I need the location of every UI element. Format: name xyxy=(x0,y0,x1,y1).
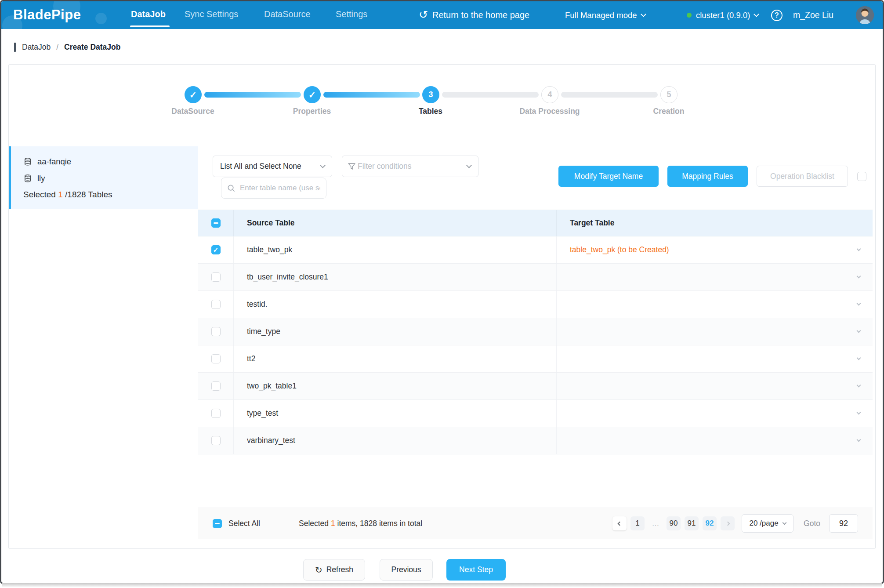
refresh-button[interactable]: ↻ Refresh xyxy=(303,559,365,581)
step-circle-datasource: ✓ xyxy=(185,86,202,103)
table-row: varbinary_test xyxy=(198,427,873,454)
table-row: time_type xyxy=(198,318,873,345)
select-mode-value: List All and Select None xyxy=(220,162,301,171)
page-size-value: 20 /page xyxy=(749,519,778,528)
row-checkbox[interactable] xyxy=(211,409,221,418)
cluster-dropdown[interactable]: cluster1 (0.9.0) xyxy=(687,1,758,29)
row-checkbox[interactable] xyxy=(211,245,221,254)
page-ellipsis: … xyxy=(649,516,663,530)
toolbar-checkbox[interactable] xyxy=(857,172,866,181)
avatar[interactable] xyxy=(856,6,874,24)
page-size-dropdown[interactable]: 20 /page xyxy=(742,514,793,533)
row-checkbox[interactable] xyxy=(211,327,221,336)
select-mode-dropdown[interactable]: List All and Select None xyxy=(213,156,332,177)
step-connector xyxy=(204,92,301,98)
step-connector xyxy=(323,92,420,98)
chevron-down-icon[interactable] xyxy=(857,356,861,360)
return-arrow-icon: ↺ xyxy=(419,9,428,20)
operation-blacklist-button[interactable]: Operation Blacklist xyxy=(757,166,848,187)
tables-panel: List All and Select None Filter conditio… xyxy=(198,146,873,548)
goto-page-input[interactable] xyxy=(829,514,858,533)
window-bottom-shadow xyxy=(2,583,882,587)
chevron-down-icon[interactable] xyxy=(857,247,861,251)
bladepipe-app: BladePipe DataJob Sync Settings DataSour… xyxy=(0,0,884,588)
mapping-rules-button[interactable]: Mapping Rules xyxy=(667,166,748,187)
help-icon[interactable]: ? xyxy=(771,10,783,21)
selection-summary: Selected 1 items, 1828 items in total xyxy=(299,519,422,528)
page-button-1[interactable]: 1 xyxy=(630,516,645,530)
breadcrumb-accent-bar xyxy=(14,43,16,52)
chevron-down-icon xyxy=(320,163,326,168)
next-step-button[interactable]: Next Step xyxy=(446,559,506,581)
mode-label: Full Managed mode xyxy=(565,11,637,20)
selected-count: 1 xyxy=(58,190,63,199)
select-all-checkbox[interactable] xyxy=(213,519,222,528)
filter-conditions-dropdown[interactable]: Filter conditions xyxy=(342,156,478,177)
return-home-label: Return to the home page xyxy=(432,10,529,20)
previous-page-button[interactable] xyxy=(612,516,627,530)
step-label-datasource: DataSource xyxy=(145,107,241,116)
page-button-92[interactable]: 92 xyxy=(703,516,717,530)
table-row: two_pk_table1 xyxy=(198,373,873,400)
row-checkbox[interactable] xyxy=(211,436,221,445)
chevron-down-icon[interactable] xyxy=(857,438,861,442)
nav-item-datajob[interactable]: DataJob xyxy=(131,1,166,27)
database-icon xyxy=(23,157,32,166)
chevron-down-icon[interactable] xyxy=(857,301,861,306)
next-page-button[interactable] xyxy=(721,516,735,530)
chevron-down-icon[interactable] xyxy=(857,274,861,279)
select-page-checkbox[interactable] xyxy=(211,218,221,228)
page-button-91[interactable]: 91 xyxy=(685,516,699,530)
row-checkbox[interactable] xyxy=(211,354,221,363)
table-search-box xyxy=(221,178,326,199)
previous-button[interactable]: Previous xyxy=(380,559,433,581)
row-checkbox[interactable] xyxy=(211,300,221,309)
row-checkbox[interactable] xyxy=(211,381,221,391)
selected-tables-summary: Selected 1 /1828 Tables xyxy=(23,190,112,200)
target-table-name: table_two_pk (to be Created) xyxy=(570,245,669,254)
table-header-row: Source Table Target Table xyxy=(198,210,873,236)
modify-target-name-button[interactable]: Modify Target Name xyxy=(558,166,659,187)
source-database-name: aa-fanqie xyxy=(37,157,71,167)
page-button-90[interactable]: 90 xyxy=(667,516,681,530)
app-window: BladePipe DataJob Sync Settings DataSour… xyxy=(0,0,884,584)
search-icon xyxy=(227,184,235,192)
source-table-name: varbinary_test xyxy=(233,427,556,454)
table-row: tt2 xyxy=(198,345,873,373)
filter-funnel-icon xyxy=(348,162,356,171)
active-tab-underline xyxy=(130,25,170,27)
source-database-item[interactable]: aa-fanqie xyxy=(23,157,71,167)
breadcrumb: DataJob / Create DataJob xyxy=(1,40,883,54)
nav-item-settings[interactable]: Settings xyxy=(336,1,367,27)
chevron-down-icon xyxy=(641,11,646,17)
chevron-down-icon[interactable] xyxy=(857,383,861,388)
target-table-column-header: Target Table xyxy=(556,210,873,236)
source-table-column-header: Source Table xyxy=(233,210,556,236)
target-database-item[interactable]: lly xyxy=(23,174,45,183)
step-circle-tables: 3 xyxy=(422,86,439,103)
user-menu[interactable]: m_Zoe Liu xyxy=(793,1,833,29)
source-table-name: two_pk_table1 xyxy=(233,373,556,399)
chevron-down-icon[interactable] xyxy=(857,410,861,415)
mode-dropdown[interactable]: Full Managed mode xyxy=(565,1,645,29)
row-checkbox[interactable] xyxy=(211,272,221,282)
source-table-name: tb_user_invite_closure1 xyxy=(233,264,556,290)
database-sidebar: aa-fanqie lly Selected 1 /1828 Tables xyxy=(9,146,198,209)
step-connector xyxy=(442,92,539,98)
chevron-down-icon[interactable] xyxy=(857,329,861,333)
search-input[interactable] xyxy=(240,184,320,192)
wizard-card: ✓ ✓ 3 4 5 DataSource Properties Tables D… xyxy=(8,64,876,549)
nav-item-datasource[interactable]: DataSource xyxy=(264,1,311,27)
source-table-name: tt2 xyxy=(233,345,556,372)
nav-item-sync-settings[interactable]: Sync Settings xyxy=(185,1,238,27)
page-title: Create DataJob xyxy=(64,43,120,52)
bladepipe-logo[interactable]: BladePipe xyxy=(13,7,81,23)
breadcrumb-parent[interactable]: DataJob xyxy=(22,43,51,52)
table-row: table_two_pk table_two_pk (to be Created… xyxy=(198,236,873,264)
cluster-label: cluster1 (0.9.0) xyxy=(696,11,750,20)
filter-placeholder: Filter conditions xyxy=(358,162,412,171)
chevron-down-icon xyxy=(782,520,786,525)
return-home-link[interactable]: ↺ Return to the home page xyxy=(419,1,529,29)
source-table-name: table_two_pk xyxy=(233,236,556,263)
chevron-down-icon xyxy=(466,163,472,168)
